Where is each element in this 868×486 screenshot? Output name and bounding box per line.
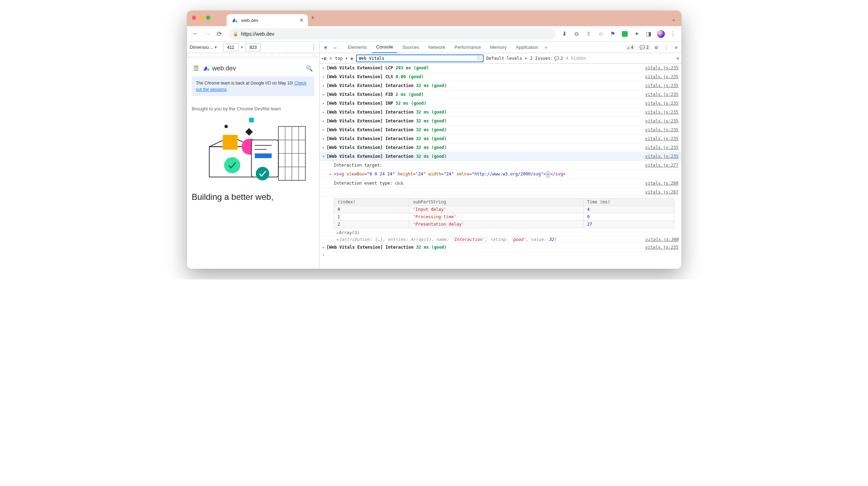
console-row[interactable]: ▸[Web Vitals Extension] Interaction 32 m… bbox=[320, 243, 681, 252]
console-row[interactable]: ▸[Web Vitals Extension] Interaction 32 m… bbox=[320, 117, 681, 126]
flag-icon[interactable]: ⚑ bbox=[608, 29, 618, 39]
install-icon[interactable]: ⬇ bbox=[560, 29, 570, 39]
tab-memory[interactable]: Memory bbox=[486, 42, 511, 53]
inspect-icon[interactable]: ◩ bbox=[322, 45, 330, 50]
console-row[interactable]: ▾[Web Vitals Extension] Interaction 32 m… bbox=[320, 152, 681, 161]
back-button[interactable]: ← bbox=[190, 29, 200, 39]
profile-avatar[interactable] bbox=[656, 29, 666, 39]
source-link[interactable]: vitals.js:235 bbox=[645, 91, 679, 98]
device-height-input[interactable] bbox=[245, 44, 261, 51]
disclosure-caret[interactable]: ▸ bbox=[322, 135, 327, 142]
more-icon[interactable]: ⋮ bbox=[662, 44, 670, 51]
device-toggle-icon[interactable]: ▭ bbox=[331, 45, 339, 50]
extensions-icon[interactable]: ✦ bbox=[632, 29, 642, 39]
disclosure-caret[interactable]: ▸ bbox=[322, 126, 327, 133]
search-icon[interactable]: 🔍 bbox=[306, 65, 313, 72]
sidepanel-icon[interactable]: ◨ bbox=[644, 29, 654, 39]
console-prompt[interactable]: › bbox=[320, 252, 681, 258]
tab-performance[interactable]: Performance bbox=[450, 42, 485, 53]
extension-green-icon[interactable] bbox=[620, 29, 630, 39]
maximize-window-button[interactable] bbox=[206, 16, 210, 20]
clear-filter-button[interactable]: ⓧ bbox=[476, 55, 481, 61]
device-width-input[interactable] bbox=[223, 44, 239, 51]
issues-button[interactable]: 2 Issues: 💬2 bbox=[530, 56, 563, 61]
close-devtools-button[interactable]: ✕ bbox=[673, 44, 679, 51]
tab-elements[interactable]: Elements bbox=[344, 42, 371, 53]
bookmark-icon[interactable]: ☆ bbox=[596, 29, 606, 39]
disclosure-caret[interactable]: ▸ bbox=[322, 144, 327, 151]
source-link[interactable]: vitals.js:235 bbox=[645, 126, 679, 133]
kebab-menu[interactable]: ⋮ bbox=[668, 29, 678, 39]
console-row[interactable]: ▸[Web Vitals Extension] Interaction 32 m… bbox=[320, 134, 681, 143]
tab-overflow-button[interactable]: ⌄ bbox=[671, 16, 676, 22]
settings-icon[interactable]: ⚙ bbox=[653, 44, 659, 51]
forward-button[interactable]: → bbox=[202, 29, 212, 39]
toolbar: ← → ⟳ 🔒 https://web.dev ⬇ ⊖ ⇧ ☆ ⚑ ✦ ◨ ⋮ bbox=[187, 26, 681, 42]
tab-console[interactable]: Console bbox=[372, 42, 398, 53]
tabs-overflow[interactable]: » bbox=[543, 42, 549, 53]
tab-close-button[interactable]: ✕ bbox=[299, 17, 304, 23]
new-tab-button[interactable]: + bbox=[308, 14, 318, 22]
live-expression-icon[interactable]: ◉ bbox=[350, 56, 353, 61]
messages-badge[interactable]: 💬2 bbox=[638, 45, 650, 50]
source-link[interactable]: vitals.js:235 bbox=[645, 73, 679, 80]
source-link[interactable]: vitals.js:235 bbox=[645, 82, 679, 89]
clear-console-button[interactable]: ⊘ bbox=[330, 56, 332, 61]
minimize-window-button[interactable] bbox=[199, 16, 203, 20]
context-select[interactable]: top bbox=[335, 56, 348, 61]
source-link[interactable]: vitals.js:235 bbox=[645, 135, 679, 142]
source-link[interactable]: vitals.js:280 bbox=[645, 180, 679, 187]
source-link[interactable]: vitals.js:277 bbox=[645, 162, 679, 169]
source-link[interactable]: vitals.js:308 bbox=[645, 237, 679, 242]
site-logo[interactable]: web.dev bbox=[202, 64, 236, 72]
source-link[interactable]: vitals.js:235 bbox=[645, 144, 679, 151]
source-link[interactable]: vitals.js:235 bbox=[645, 153, 679, 160]
console-row[interactable]: ▸[Web Vitals Extension] Interaction 32 m… bbox=[320, 81, 681, 90]
svg-point-0 bbox=[235, 21, 237, 22]
zoom-icon[interactable]: ⊖ bbox=[572, 29, 582, 39]
console-row[interactable]: ▸[Web Vitals Extension] Interaction 32 m… bbox=[320, 108, 681, 117]
share-icon[interactable]: ⇧ bbox=[584, 29, 594, 39]
menu-icon[interactable]: ☰ bbox=[193, 64, 199, 72]
array-summary[interactable]: ▸Array(3) bbox=[320, 230, 681, 236]
device-preset-select[interactable]: Dimensio… bbox=[190, 45, 221, 50]
console-sidebar-toggle[interactable]: ▸◧ bbox=[322, 56, 327, 61]
disclosure-caret[interactable]: ▸ bbox=[322, 117, 327, 125]
filter-text[interactable] bbox=[359, 56, 476, 61]
disclosure-caret[interactable]: ▸ bbox=[322, 82, 327, 89]
console-row[interactable]: ▸[Web Vitals Extension] INP 32 ms (good)… bbox=[320, 99, 681, 108]
disclosure-caret[interactable]: ▸ bbox=[322, 244, 327, 251]
console-row[interactable]: ▸[Web Vitals Extension] LCP 203 ms (good… bbox=[320, 64, 681, 73]
page-preview: ☰ web.dev 🔍 The Chrome team is back at G… bbox=[187, 57, 319, 269]
console-row[interactable]: ▸[Web Vitals Extension] FID 2 ms (good)v… bbox=[320, 90, 681, 99]
console-settings-icon[interactable]: ⚙ bbox=[676, 56, 679, 61]
interaction-target-element[interactable]: ▸<svg viewBox="0 0 24 24" height="24" wi… bbox=[320, 170, 681, 179]
source-link[interactable]: vitals.js:235 bbox=[645, 109, 679, 116]
disclosure-caret[interactable]: ▸ bbox=[322, 100, 327, 107]
disclosure-caret[interactable]: ▸ bbox=[322, 73, 327, 80]
source-link[interactable]: vitals.js:235 bbox=[645, 244, 679, 251]
address-bar[interactable]: 🔒 https://web.dev bbox=[229, 28, 555, 40]
console-row[interactable]: ▸[Web Vitals Extension] Interaction 32 m… bbox=[320, 143, 681, 152]
disclosure-caret[interactable]: ▸ bbox=[322, 91, 327, 98]
attribution-object[interactable]: ▸{attribution: {…}, entries: Array(1), n… bbox=[320, 236, 681, 243]
disclosure-caret[interactable]: ▸ bbox=[322, 109, 327, 116]
source-link[interactable]: vitals.js:287 bbox=[645, 189, 679, 196]
tab-sources[interactable]: Sources bbox=[398, 42, 423, 53]
close-window-button[interactable] bbox=[192, 16, 196, 20]
console-filter-input[interactable]: ⓧ bbox=[356, 54, 484, 62]
disclosure-caret[interactable]: ▾ bbox=[322, 153, 327, 160]
tab-application[interactable]: Application bbox=[512, 42, 543, 53]
log-levels-select[interactable]: Default levels bbox=[486, 56, 527, 61]
reload-button[interactable]: ⟳ bbox=[215, 29, 224, 39]
tab-network[interactable]: Network bbox=[424, 42, 450, 53]
console-row[interactable]: ▸[Web Vitals Extension] Interaction 32 m… bbox=[320, 126, 681, 134]
disclosure-caret[interactable]: ▸ bbox=[322, 64, 327, 71]
browser-tab[interactable]: web.dev ✕ bbox=[227, 14, 308, 26]
source-link[interactable]: vitals.js:235 bbox=[645, 64, 679, 71]
warnings-badge[interactable]: ▲4 bbox=[626, 45, 635, 50]
source-link[interactable]: vitals.js:235 bbox=[645, 100, 679, 107]
device-more-button[interactable]: ⋮ bbox=[311, 44, 316, 51]
console-row[interactable]: ▸[Web Vitals Extension] CLS 0.00 (good)v… bbox=[320, 73, 681, 81]
source-link[interactable]: vitals.js:235 bbox=[645, 117, 679, 125]
